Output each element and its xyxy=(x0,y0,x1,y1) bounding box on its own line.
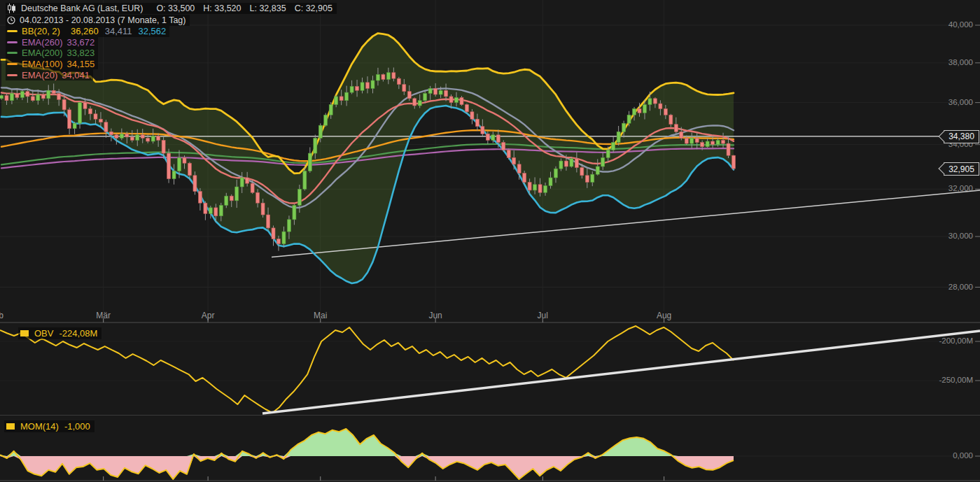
ema100-swatch-icon xyxy=(7,63,18,65)
legend-item-ema260[interactable]: EMA(260) 33,672 xyxy=(6,37,98,48)
instrument-header: Deutsche Bank AG (Last, EUR) O: 33,500H:… xyxy=(6,3,337,14)
bb-lower-value: 32,562 xyxy=(138,26,166,36)
clock-icon xyxy=(7,16,15,24)
obv-swatch-icon xyxy=(20,330,29,336)
ema200-swatch-icon xyxy=(7,52,18,54)
month-label: Apr xyxy=(202,311,215,320)
ema260-label: EMA(260) xyxy=(22,37,63,48)
high-value: H: 33,520 xyxy=(203,3,241,13)
ema200-value: 33,823 xyxy=(67,48,95,58)
month-label: Feb xyxy=(0,311,4,320)
bb-upper-value: 36,260 xyxy=(71,26,99,36)
instrument-title: Deutsche Bank AG (Last, EUR) xyxy=(21,3,143,13)
obv-label: OBV xyxy=(34,328,53,339)
mom-label: MOM(14) xyxy=(20,421,59,432)
price-axis-ticks xyxy=(975,25,980,456)
obv-line xyxy=(0,326,734,413)
ohlc-values: O: 33,500H: 33,520L: 32,835C: 32,905 xyxy=(148,3,332,13)
last-price-badge: 32,905 xyxy=(944,162,979,176)
ema260-value: 33,672 xyxy=(67,37,95,48)
ema260-swatch-icon xyxy=(7,41,18,43)
bb-swatch-icon xyxy=(7,30,18,32)
obv-legend[interactable]: OBV -224,08M xyxy=(18,327,102,339)
ema100-label: EMA(100) xyxy=(22,59,63,69)
legend-item-ema100[interactable]: EMA(100) 34,155 xyxy=(6,59,98,70)
open-value: O: 33,500 xyxy=(156,3,195,13)
period-label: 04.02.2013 - 20.08.2013 (7 Monate, 1 Tag… xyxy=(20,15,186,25)
month-label: Mai xyxy=(314,311,327,320)
month-label: Aug xyxy=(657,311,671,320)
obv-trendline xyxy=(262,331,980,413)
mom-legend[interactable]: MOM(14) -1,000 xyxy=(4,420,94,432)
candlestick-icon xyxy=(7,3,16,13)
legend-item-bb[interactable]: BB(20, 2) 36,26034,41132,562 xyxy=(6,26,169,37)
month-label: Jul xyxy=(538,311,548,320)
month-label: Mär xyxy=(96,311,111,320)
mom-value: -1,000 xyxy=(64,421,90,432)
mom-area xyxy=(0,429,734,479)
mom-swatch-icon xyxy=(6,423,15,430)
legend-item-ema200[interactable]: EMA(200) 33,823 xyxy=(6,48,98,59)
indicator-legend: BB(20, 2) 36,26034,41132,562 EMA(260) 33… xyxy=(6,26,169,80)
ema20-value: 34,041 xyxy=(62,70,90,80)
low-value: L: 32,835 xyxy=(250,3,286,13)
legend-item-ema20[interactable]: EMA(20) 34,041 xyxy=(6,69,93,80)
close-value: C: 32,905 xyxy=(295,3,332,13)
chart-window: Deutsche Bank AG (Last, EUR) O: 33,500H:… xyxy=(0,0,980,482)
ema100-value: 34,155 xyxy=(67,59,95,69)
bb-label: BB(20, 2) xyxy=(22,26,60,36)
month-label: Jun xyxy=(428,311,442,320)
obv-value: -224,08M xyxy=(59,328,97,339)
period-row: 04.02.2013 - 20.08.2013 (7 Monate, 1 Tag… xyxy=(6,15,190,26)
price-marker-badge: 34,380 xyxy=(944,130,979,143)
ema20-swatch-icon xyxy=(7,74,18,76)
bb-middle-value: 34,411 xyxy=(105,26,132,36)
ema200-label: EMA(200) xyxy=(22,48,63,58)
ema20-label: EMA(20) xyxy=(22,70,57,80)
